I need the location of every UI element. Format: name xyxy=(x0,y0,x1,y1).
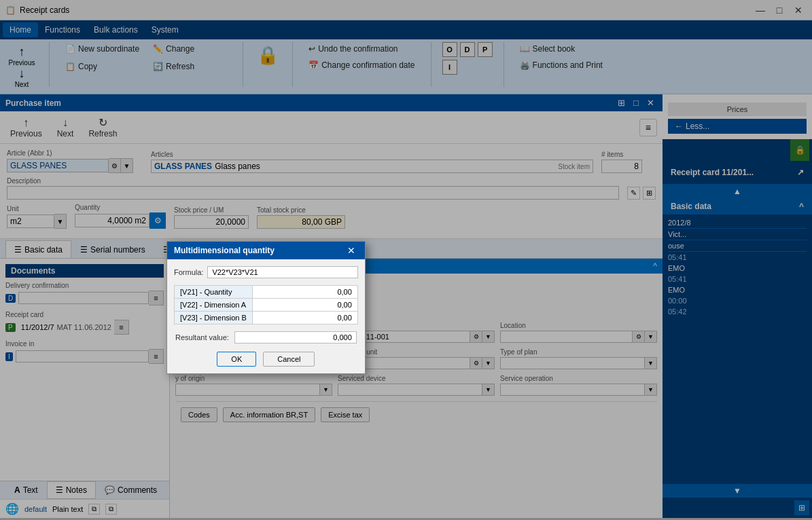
resultant-label: Resultant value: xyxy=(175,333,229,341)
modal-body: Formula: [V21] - Quantity [V22] - Dimens… xyxy=(167,259,365,373)
v22-input-cell xyxy=(252,299,357,312)
v21-input-cell xyxy=(252,286,357,299)
v22-label: [V22] - Dimension A xyxy=(175,299,253,312)
modal-ok-button[interactable]: OK xyxy=(217,352,256,367)
modal-resultant-row: Resultant value: xyxy=(174,331,358,343)
v23-input[interactable] xyxy=(258,314,352,322)
formula-label: Formula: xyxy=(174,268,203,276)
v23-label: [V23] - Dimension B xyxy=(175,312,253,324)
modal-title: Multidimensional quantity xyxy=(174,246,275,255)
modal-formula-row: Formula: xyxy=(174,266,358,278)
modal-buttons: OK Cancel xyxy=(174,352,358,367)
modal-table-body: [V21] - Quantity [V22] - Dimension A [V2… xyxy=(175,286,358,324)
v21-input[interactable] xyxy=(258,288,352,296)
v23-input-cell xyxy=(252,312,357,324)
v22-input[interactable] xyxy=(258,301,352,309)
modal-close-button[interactable]: ✕ xyxy=(345,245,358,256)
multidimensional-quantity-modal: Multidimensional quantity ✕ Formula: [V2… xyxy=(166,241,366,374)
v21-label: [V21] - Quantity xyxy=(175,286,253,299)
modal-title-bar: Multidimensional quantity ✕ xyxy=(167,242,365,259)
modal-overlay[interactable]: Multidimensional quantity ✕ Formula: [V2… xyxy=(0,0,812,520)
modal-row-v22: [V22] - Dimension A xyxy=(175,299,358,312)
resultant-value-input[interactable] xyxy=(234,331,357,343)
formula-input[interactable] xyxy=(207,266,357,278)
modal-row-v21: [V21] - Quantity xyxy=(175,286,358,299)
modal-row-v23: [V23] - Dimension B xyxy=(175,312,358,324)
modal-cancel-button[interactable]: Cancel xyxy=(263,352,315,367)
modal-variables-table: [V21] - Quantity [V22] - Dimension A [V2… xyxy=(174,285,358,324)
